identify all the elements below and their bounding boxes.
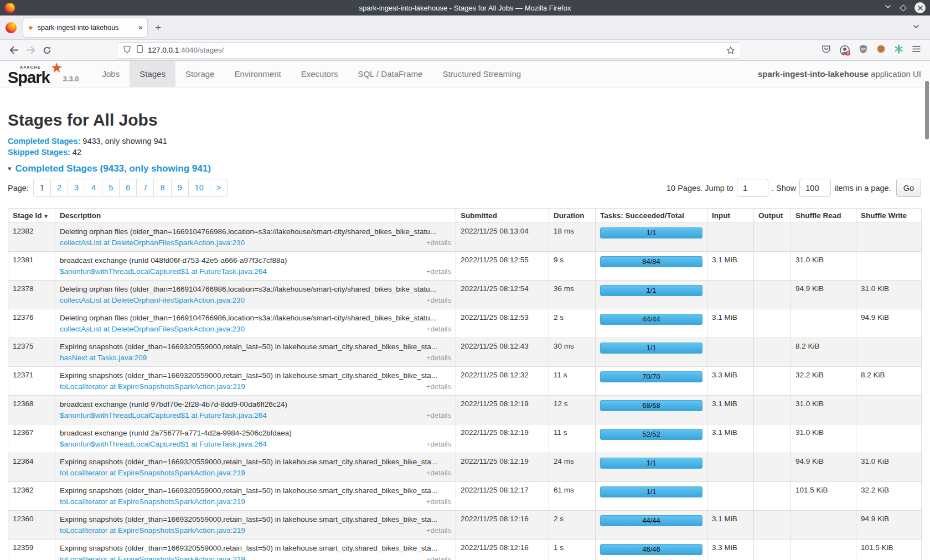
submitted-cell: 2022/11/25 08:12:19 <box>456 453 549 482</box>
stage-detail-link[interactable]: hasNext at Tasks.java:209 <box>60 353 147 362</box>
column-header-output[interactable]: Output <box>754 209 791 223</box>
items-per-page-input[interactable] <box>799 179 831 197</box>
details-toggle[interactable]: +details <box>426 382 451 391</box>
column-header-tasks-succeeded-total[interactable]: Tasks: Succeeded/Total <box>596 209 707 223</box>
app-brand: spark-ingest-into-lakehouse application … <box>758 61 930 87</box>
details-toggle[interactable]: +details <box>426 411 451 420</box>
tab-list-chevron-icon[interactable] <box>912 23 920 33</box>
input-cell: 3.3 MiB <box>707 367 754 396</box>
stage-detail-link[interactable]: collectAsList at DeleteOrphanFilesSparkA… <box>60 238 245 247</box>
page-info-icon[interactable] <box>136 45 143 55</box>
section-title[interactable]: Completed Stages (9433, only showing 941… <box>16 163 211 174</box>
vertical-scrollbar-thumb[interactable] <box>925 81 929 139</box>
column-header-input[interactable]: Input <box>707 209 754 223</box>
skipped-stages-link[interactable]: Skipped Stages: <box>8 148 70 157</box>
pocket-icon[interactable] <box>822 44 831 56</box>
completed-stages-section-header[interactable]: ▾ Completed Stages (9433, only showing 9… <box>8 163 921 174</box>
details-toggle[interactable]: +details <box>426 554 451 560</box>
tasks-cell: 1/1 <box>596 482 707 511</box>
stage-detail-link[interactable]: $anonfun$withThreadLocalCaptured$1 at Fu… <box>60 439 267 449</box>
tasks-progress-bar: 1/1 <box>600 486 702 497</box>
window-close-icon[interactable] <box>914 2 926 13</box>
column-header-shuffle-read[interactable]: Shuffle Read <box>791 209 856 223</box>
tab-close-icon[interactable]: × <box>138 24 143 32</box>
stage-detail-link[interactable]: toLocalIterator at ExpireSnapshotsSparkA… <box>60 382 245 391</box>
submitted-cell: 2022/11/25 08:12:19 <box>456 396 549 424</box>
ublock-shield-icon[interactable]: UO <box>859 44 868 56</box>
extension-asterisk-icon[interactable] <box>894 44 903 56</box>
output-cell <box>754 482 791 511</box>
nav-tab-environment[interactable]: Environment <box>224 61 291 87</box>
details-toggle[interactable]: +details <box>426 267 451 276</box>
column-header-shuffle-write[interactable]: Shuffle Write <box>856 209 922 223</box>
input-cell <box>707 223 754 252</box>
details-toggle[interactable]: +details <box>426 324 451 334</box>
collapse-arrow-icon[interactable]: ▾ <box>8 163 12 174</box>
details-toggle[interactable]: +details <box>426 526 451 535</box>
cookie-icon[interactable] <box>876 44 886 56</box>
stage-detail-link[interactable]: toLocalIterator at ExpireSnapshotsSparkA… <box>60 468 245 478</box>
page-button-4[interactable]: 4 <box>85 179 102 197</box>
details-toggle[interactable]: +details <box>426 295 451 305</box>
nav-tab-structured-streaming[interactable]: Structured Streaming <box>432 61 531 87</box>
nav-tab-stages[interactable]: Stages <box>130 61 175 87</box>
stages-table-body: 12382Deleting orphan files (older_than=1… <box>8 223 922 560</box>
tasks-cell: 1/1 <box>596 338 707 367</box>
bookmark-star-icon[interactable] <box>726 46 735 55</box>
details-toggle[interactable]: +details <box>426 468 451 478</box>
back-button[interactable] <box>6 42 22 59</box>
page-button-7[interactable]: 7 <box>136 179 154 197</box>
nav-tab-sql-dataframe[interactable]: SQL / DataFrame <box>348 61 432 87</box>
stage-detail-link[interactable]: toLocalIterator at ExpireSnapshotsSparkA… <box>60 526 245 535</box>
jump-to-page-input[interactable] <box>737 179 768 197</box>
column-header-submitted[interactable]: Submitted <box>456 209 549 223</box>
stage-detail-link[interactable]: $anonfun$withThreadLocalCaptured$1 at Fu… <box>60 267 267 276</box>
stage-detail-link[interactable]: toLocalIterator at ExpireSnapshotsSparkA… <box>60 554 245 560</box>
column-header-description[interactable]: Description <box>55 209 456 223</box>
spark-logo[interactable]: APACHE Spark ★ 3.3.0 <box>8 61 87 87</box>
page-button-10[interactable]: 10 <box>188 179 210 197</box>
stage-detail-link[interactable]: collectAsList at DeleteOrphanFilesSparkA… <box>60 324 245 334</box>
stage-detail-link[interactable]: collectAsList at DeleteOrphanFilesSparkA… <box>60 295 245 305</box>
reload-button[interactable] <box>39 42 55 59</box>
page-button-6[interactable]: 6 <box>119 179 137 197</box>
tasks-progress-bar: 52/52 <box>600 429 702 440</box>
tasks-progress-bar: 68/68 <box>600 400 702 411</box>
stage-detail-link[interactable]: toLocalIterator at ExpireSnapshotsSparkA… <box>60 497 245 506</box>
page-next-button[interactable]: > <box>210 179 228 197</box>
column-header-stage-id[interactable]: Stage Id▾ <box>8 209 55 223</box>
stage-detail-link[interactable]: $anonfun$withThreadLocalCaptured$1 at Fu… <box>60 411 267 420</box>
page-button-8[interactable]: 8 <box>153 179 171 197</box>
url-bar[interactable]: 127.0.0.1:4040/stages/ <box>117 43 741 58</box>
shuffle-write-cell: 94.9 KiB <box>856 309 922 338</box>
page-button-3[interactable]: 3 <box>68 179 85 197</box>
nav-tab-jobs[interactable]: Jobs <box>92 61 130 87</box>
forward-button[interactable] <box>22 42 39 59</box>
output-cell <box>754 453 791 482</box>
submitted-cell: 2022/11/25 08:12:19 <box>456 424 549 453</box>
page-button-9[interactable]: 9 <box>171 179 189 197</box>
completed-stages-link[interactable]: Completed Stages: <box>8 137 80 146</box>
details-toggle[interactable]: +details <box>426 238 451 247</box>
column-header-duration[interactable]: Duration <box>549 209 596 223</box>
page-button-1[interactable]: 1 <box>33 179 51 197</box>
menu-hamburger-icon[interactable] <box>912 44 921 56</box>
account-icon[interactable] <box>839 45 850 56</box>
tasks-progress-bar: 84/84 <box>600 256 702 267</box>
nav-tab-executors[interactable]: Executors <box>291 61 348 87</box>
details-toggle[interactable]: +details <box>426 353 451 362</box>
details-toggle[interactable]: +details <box>426 439 451 449</box>
window-maximize-icon[interactable] <box>900 4 907 12</box>
details-toggle[interactable]: +details <box>426 497 451 506</box>
shuffle-read-cell: 94.9 KiB <box>791 453 856 482</box>
new-tab-button[interactable]: + <box>155 22 161 34</box>
browser-tab[interactable]: ★ spark-ingest-into-lakehous × <box>23 18 147 37</box>
page-button-2[interactable]: 2 <box>50 179 68 197</box>
firefox-icon[interactable] <box>6 22 17 33</box>
page-button-5[interactable]: 5 <box>102 179 120 197</box>
shield-icon[interactable] <box>123 45 131 56</box>
nav-tab-storage[interactable]: Storage <box>175 61 225 87</box>
go-button[interactable]: Go <box>896 179 921 197</box>
window-minimize-icon[interactable] <box>884 3 892 13</box>
stage-description: Expiring snapshots (older_than=166932055… <box>60 371 451 380</box>
